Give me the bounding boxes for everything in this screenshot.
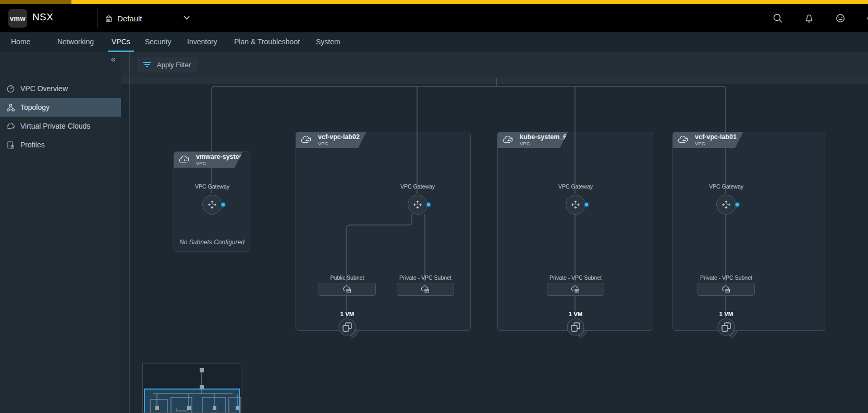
topology-canvas[interactable]: vmware-system-... VPC VPC Gateway No Sub… xyxy=(121,77,868,413)
app-header: vmw NSX Default xyxy=(0,4,868,32)
nav-item-inventory[interactable]: Inventory xyxy=(184,32,221,52)
sidebar-item-vpc-overview[interactable]: VPC Overview xyxy=(0,79,121,98)
subnet-icon xyxy=(722,285,731,293)
panel-left-edge xyxy=(129,52,130,413)
gateway-to-public-subnet-lab02 xyxy=(347,214,412,282)
apply-filter-label: Apply Filter xyxy=(157,61,191,69)
vm-icon xyxy=(565,317,590,342)
nav-item-vpcs[interactable]: VPCs xyxy=(108,32,134,52)
sidebar-item-topology[interactable]: Topology xyxy=(0,98,121,117)
vpc-cloud-icon xyxy=(178,155,192,164)
subnet-node-private[interactable] xyxy=(397,283,454,296)
vpc-gateway-label: VPC Gateway xyxy=(400,183,435,190)
vpc-card-header[interactable]: kube-system_6f1... VPC xyxy=(497,132,568,148)
subnet-icon xyxy=(343,285,352,293)
vpc-card-titles: vcf-vpc-lab01 VPC xyxy=(695,134,737,146)
vmware-logo[interactable]: vmw xyxy=(8,9,27,28)
vm-node[interactable] xyxy=(337,317,362,342)
vpc-gateway-node[interactable] xyxy=(202,195,222,215)
cloud-icon xyxy=(6,122,15,131)
topology-icon xyxy=(6,103,15,112)
vpc-card-header[interactable]: vcf-vpc-lab02 VPC xyxy=(296,132,366,148)
product-name: NSX xyxy=(32,11,53,23)
header-actions: ? xyxy=(772,9,868,27)
gateway-status-dot xyxy=(221,202,226,208)
subnet-node-public[interactable] xyxy=(319,283,376,296)
filter-icon xyxy=(142,61,152,68)
sidebar-collapse-icon[interactable]: « xyxy=(111,54,116,65)
vpc-gateway-label: VPC Gateway xyxy=(195,183,229,190)
sidebar-item-label: VPC Overview xyxy=(20,84,68,93)
subnet-node-private[interactable] xyxy=(698,283,755,296)
vpc-card-header[interactable]: vcf-vpc-lab01 VPC xyxy=(673,132,743,148)
subnet-node-private[interactable] xyxy=(547,283,604,296)
sidebar-item-label: Profiles xyxy=(20,141,45,149)
vpc-gateway-node[interactable] xyxy=(716,195,736,215)
subnet-label-private: Private - VPC Subnet xyxy=(549,274,602,281)
nsx-vpc-topology-page: vmw NSX Default xyxy=(0,0,868,413)
vpc-cloud-icon xyxy=(502,135,516,144)
gateway-status-dot xyxy=(735,202,740,208)
subnet-icon xyxy=(571,285,581,293)
vpc-name: vcf-vpc-lab02 xyxy=(318,134,360,141)
gateway-arrows-icon xyxy=(412,199,423,210)
vpc-type-label: VPC xyxy=(318,141,360,146)
gauge-icon xyxy=(6,84,15,93)
search-icon[interactable] xyxy=(772,12,784,24)
vm-node[interactable] xyxy=(565,317,590,342)
gateway-status-dot xyxy=(584,202,590,208)
nav-divider xyxy=(44,38,44,46)
sidebar-item-label: Topology xyxy=(20,103,50,111)
nav-item-system[interactable]: System xyxy=(312,32,344,52)
global-nav: Home Networking VPCs Security Inventory … xyxy=(0,32,868,52)
nav-item-networking[interactable]: Networking xyxy=(54,32,97,52)
vpc-gateway-node[interactable] xyxy=(566,195,585,215)
sidebar-item-virtual-private-clouds[interactable]: Virtual Private Clouds xyxy=(0,117,121,135)
vpc-gateway-node[interactable] xyxy=(408,195,427,215)
vpc-card-titles: vcf-vpc-lab02 VPC xyxy=(318,134,360,146)
vpc-name: vcf-vpc-lab01 xyxy=(695,134,737,141)
help-icon[interactable]: ? xyxy=(866,12,868,24)
gateway-arrows-icon xyxy=(570,199,581,210)
notifications-bell-icon[interactable] xyxy=(803,12,815,24)
vpc-gateway-label: VPC Gateway xyxy=(558,183,593,190)
sidebar-item-label: Virtual Private Clouds xyxy=(20,122,90,130)
minimap-graphic xyxy=(143,364,241,413)
vpc-gateway-label: VPC Gateway xyxy=(709,183,743,190)
header-divider xyxy=(97,8,97,28)
feedback-smiley-icon[interactable] xyxy=(835,12,846,24)
gateway-arrows-icon xyxy=(721,199,731,210)
minimap[interactable] xyxy=(142,364,241,413)
vpc-card-header[interactable]: vmware-system-... VPC xyxy=(174,152,243,168)
trunk-line xyxy=(212,86,726,194)
nav-item-home[interactable]: Home xyxy=(7,32,34,52)
sidebar-item-profiles[interactable]: Profiles xyxy=(0,135,121,154)
vm-icon xyxy=(337,317,362,342)
sidebar-header: « xyxy=(0,52,121,71)
nav-item-security[interactable]: Security xyxy=(141,32,175,52)
gateway-status-dot xyxy=(426,202,432,208)
subnet-label-public: Public Subnet xyxy=(331,274,364,281)
vpc-cloud-icon xyxy=(300,135,314,144)
vm-node[interactable] xyxy=(716,317,741,342)
nav-item-plan-troubleshoot[interactable]: Plan & Troubleshoot xyxy=(230,32,303,52)
org-selector-label: Default xyxy=(117,14,142,23)
vm-icon xyxy=(716,317,741,342)
subnet-label-private: Private - VPC Subnet xyxy=(399,274,451,281)
profiles-icon xyxy=(6,141,15,149)
chevron-down-icon[interactable] xyxy=(184,16,190,20)
topology-toolbar: Apply Filter xyxy=(121,52,868,77)
top-banner-dark-segment xyxy=(0,0,71,4)
org-building-icon xyxy=(104,14,113,23)
apply-filter-button[interactable]: Apply Filter xyxy=(137,57,198,72)
subnet-icon xyxy=(421,285,431,293)
sidebar: « VPC Overview Topology Virtual Private … xyxy=(0,52,121,413)
subnet-label-private: Private - VPC Subnet xyxy=(700,274,752,281)
no-subnets-note: No Subnets Configured xyxy=(174,239,250,246)
org-selector[interactable]: Default xyxy=(104,9,142,27)
top-banner xyxy=(0,0,868,4)
vpc-type-label: VPC xyxy=(695,141,737,146)
gateway-arrows-icon xyxy=(207,199,217,210)
vpc-cloud-icon xyxy=(677,135,691,144)
